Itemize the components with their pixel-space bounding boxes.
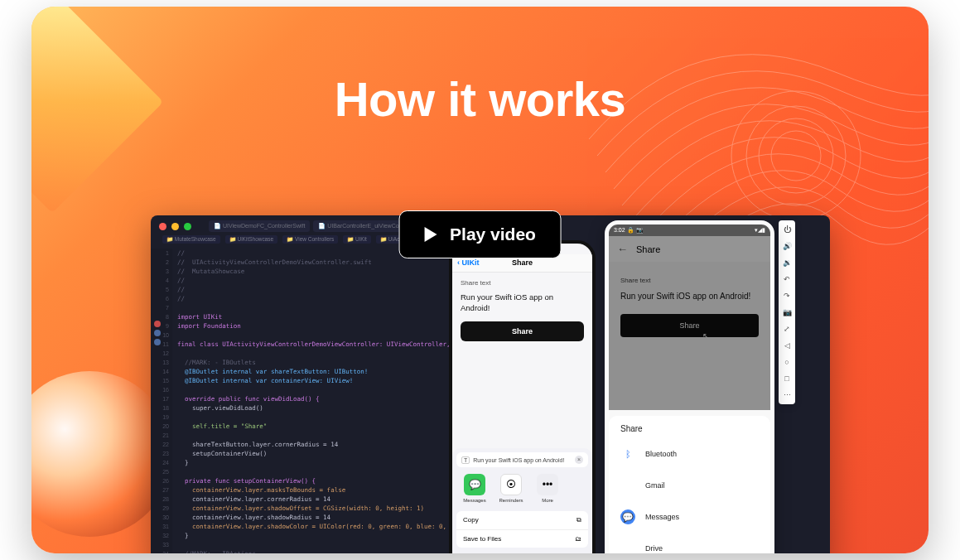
emulator-tool-button[interactable]: ↶ [781, 273, 793, 285]
share-bar-text: Run your Swift iOS app on Android! [473, 457, 564, 463]
android-share-sheet: Share ᛒBluetoothMGmail💬Messages▲Drive [609, 416, 770, 553]
ios-body: Share text Run your Swift iOS app on And… [452, 273, 592, 348]
outlet-indicator-icon [154, 330, 161, 336]
app-label: Reminders [496, 498, 526, 503]
android-status-right: ▾◢▮ [755, 227, 765, 234]
share-target-icon: ▲ [620, 541, 635, 553]
breadcrumb-item[interactable]: 📁 UiKitShowcase [225, 235, 278, 244]
emulator-tool-button[interactable]: ↷ [781, 290, 793, 302]
breadcrumb-item[interactable]: 📁 View Controllers [282, 235, 338, 244]
android-status-bar: 3:02 🔒 📷 ▾◢▮ [609, 224, 770, 236]
android-share-label: Share text [620, 277, 759, 284]
window-minimize-icon[interactable] [171, 223, 179, 230]
ios-share-text: Run your Swift iOS app on Android! [461, 292, 584, 313]
app-label: More [533, 498, 562, 503]
share-actions-list: Copy⧉Save to Files🗂 [456, 511, 588, 548]
gutter-icons [154, 321, 161, 348]
hero-video-card: How it works Play video 📄 UIViewDemoFC_C… [31, 7, 929, 553]
emulator-tool-button[interactable]: 🔊 [781, 240, 793, 252]
emulator-toolbar: ⏻🔊🔉↶↷📷⤢◁○□⋯ [779, 220, 795, 404]
android-share-text: Run your Swift iOS app on Android! [620, 291, 759, 302]
share-app[interactable]: •••More [533, 474, 562, 503]
share-type-icon: T [461, 456, 470, 464]
iphone-preview: 3:02 ‹ UIKit Share Share text Run your S… [449, 240, 596, 553]
emulator-tool-button[interactable]: □ [781, 373, 793, 384]
share-action[interactable]: Copy⧉ [456, 511, 588, 530]
emulator-tool-button[interactable]: ◁ [781, 340, 793, 351]
android-sheet-title: Share [609, 416, 770, 438]
android-preview: 3:02 🔒 📷 ▾◢▮ ← Share Share text Run your… [605, 220, 774, 553]
mouse-cursor-icon: ↖ [702, 331, 709, 340]
android-share-option[interactable]: ▲Drive [609, 533, 770, 553]
share-bar: T Run your Swift iOS app on Android! × [456, 452, 588, 467]
play-icon [424, 227, 437, 242]
android-back-button[interactable]: ← [617, 243, 628, 255]
android-header: ← Share [609, 236, 770, 262]
outlet-indicator-icon [154, 339, 161, 345]
window-close-icon[interactable] [159, 223, 166, 230]
share-target-icon: 💬 [620, 509, 635, 524]
share-app[interactable]: 💬Messages [460, 474, 490, 503]
action-icon: ⧉ [576, 516, 581, 524]
app-icon: 💬 [464, 474, 485, 495]
breakpoint-icon [154, 321, 161, 327]
breadcrumb-item[interactable]: 📁 MutateShowcase [162, 235, 220, 244]
android-status-left: 3:02 🔒 📷 [614, 227, 644, 234]
emulator-tool-button[interactable]: 📷 [781, 307, 793, 318]
app-label: Messages [460, 498, 490, 503]
app-icon: ••• [537, 474, 558, 495]
window-zoom-icon[interactable] [184, 223, 191, 230]
ios-share-button[interactable]: Share [461, 321, 584, 341]
android-share-option[interactable]: ᛒBluetooth [609, 438, 770, 470]
android-share-button[interactable]: Share ↖ [620, 314, 759, 337]
svg-point-0 [771, 131, 821, 181]
emulator-tool-button[interactable]: ⏻ [781, 224, 793, 235]
ios-back-button[interactable]: ‹ UIKit [457, 258, 480, 267]
share-apps-row: 💬Messages⦿Reminders•••More [456, 467, 588, 509]
share-close-button[interactable]: × [575, 456, 583, 464]
action-icon: 🗂 [575, 535, 581, 543]
breadcrumb-item[interactable]: 📁 UiKit [343, 235, 371, 244]
emulator-tool-button[interactable]: ⋯ [781, 389, 793, 401]
hero-title: How it works [31, 71, 929, 127]
share-target-icon: ᛒ [620, 447, 635, 461]
emulator-tool-button[interactable]: 🔉 [781, 257, 793, 268]
android-header-title: Share [636, 244, 660, 254]
share-app[interactable]: ⦿Reminders [496, 474, 526, 503]
edit-actions-link[interactable]: Edit Actions... [456, 551, 588, 553]
android-share-option[interactable]: MGmail [609, 470, 770, 501]
editor-tab[interactable]: 📄 UIViewDemoFC_ControllerSwift [209, 220, 310, 232]
ios-share-sheet: T Run your Swift iOS app on Android! × 💬… [452, 448, 592, 553]
android-body: Share text Run your Swift iOS app on And… [609, 262, 770, 352]
ios-nav-title: Share [512, 258, 533, 267]
emulator-tool-button[interactable]: ⤢ [781, 323, 793, 335]
line-gutter: 1234567891011121314151617181920212223242… [151, 249, 172, 553]
play-button-label: Play video [450, 224, 536, 244]
ios-share-label: Share text [461, 279, 584, 287]
emulator-tool-button[interactable]: ○ [781, 356, 793, 368]
android-share-option[interactable]: 💬Messages [609, 501, 770, 533]
play-video-button[interactable]: Play video [398, 210, 562, 258]
window-controls [159, 223, 191, 230]
app-icon: ⦿ [500, 474, 522, 495]
share-target-icon: M [620, 478, 635, 493]
share-action[interactable]: Save to Files🗂 [456, 530, 588, 548]
svg-point-1 [759, 118, 833, 193]
